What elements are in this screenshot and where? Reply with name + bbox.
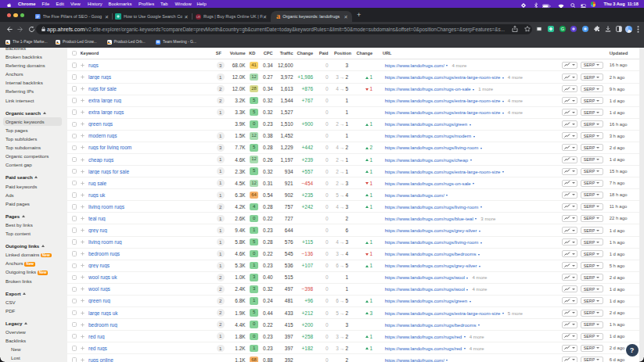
svg-text:G: G xyxy=(560,27,563,31)
svg-text:LR: LR xyxy=(196,16,200,19)
